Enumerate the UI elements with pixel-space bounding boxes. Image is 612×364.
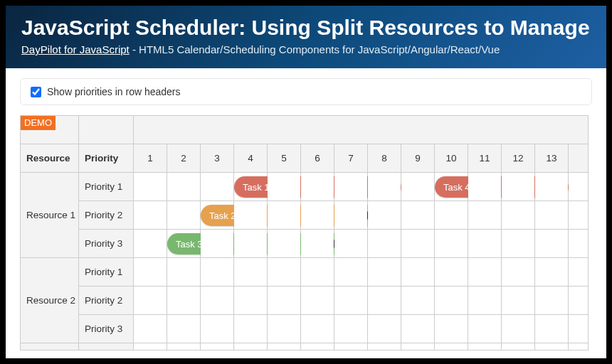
grid-cell[interactable]: Task 22	[201, 201, 234, 230]
grid-cell[interactable]	[569, 287, 589, 315]
grid-cell[interactable]	[134, 343, 167, 350]
grid-cell[interactable]	[134, 230, 167, 258]
grid-cell[interactable]	[134, 173, 167, 201]
grid-cell[interactable]	[334, 287, 368, 315]
grid-cell[interactable]	[569, 343, 589, 350]
grid-cell[interactable]	[569, 201, 589, 230]
grid-cell[interactable]	[334, 315, 368, 343]
grid-cell[interactable]	[368, 287, 401, 315]
grid-cell[interactable]	[301, 287, 334, 315]
grid-cell[interactable]	[268, 343, 301, 350]
grid-cell[interactable]	[234, 343, 268, 350]
grid-cell[interactable]	[134, 201, 167, 230]
grid-cell[interactable]	[401, 173, 435, 201]
grid-cell[interactable]	[167, 315, 201, 343]
grid-cell[interactable]	[535, 201, 569, 230]
grid-cell[interactable]	[201, 343, 234, 350]
grid-cell[interactable]	[134, 287, 167, 315]
grid-cell[interactable]	[368, 315, 401, 343]
grid-cell[interactable]: Task 33	[167, 230, 201, 258]
grid-cell[interactable]	[234, 230, 268, 258]
grid-cell[interactable]	[435, 258, 468, 287]
grid-cell[interactable]	[134, 315, 167, 343]
grid-cell[interactable]	[167, 258, 201, 287]
grid-cell[interactable]	[234, 287, 268, 315]
grid-cell[interactable]	[535, 173, 569, 201]
grid-cell[interactable]	[435, 230, 468, 258]
grid-cell[interactable]	[268, 287, 301, 315]
grid-cell[interactable]: Task 11	[234, 173, 268, 201]
grid-cell[interactable]	[201, 258, 234, 287]
grid-cell[interactable]	[234, 201, 268, 230]
grid-cell[interactable]	[435, 287, 468, 315]
grid-cell[interactable]	[334, 173, 368, 201]
grid-cell[interactable]	[301, 201, 334, 230]
grid-cell[interactable]	[401, 287, 435, 315]
grid-cell[interactable]	[301, 258, 334, 287]
grid-cell[interactable]	[301, 173, 334, 201]
grid-cell[interactable]	[502, 343, 535, 350]
grid-cell[interactable]	[234, 258, 268, 287]
grid-cell[interactable]	[435, 343, 468, 350]
grid-cell[interactable]	[167, 287, 201, 315]
grid-cell[interactable]	[368, 201, 401, 230]
grid-cell[interactable]	[301, 230, 334, 258]
grid-cell[interactable]	[134, 258, 167, 287]
grid-cell[interactable]	[401, 343, 435, 350]
grid-cell[interactable]	[334, 258, 368, 287]
grid-cell[interactable]	[201, 287, 234, 315]
grid-cell[interactable]	[569, 258, 589, 287]
daypilot-link[interactable]: DayPilot for JavaScript	[21, 43, 130, 55]
grid-cell[interactable]	[569, 173, 589, 201]
grid-cell[interactable]	[502, 315, 535, 343]
grid-cell[interactable]	[201, 315, 234, 343]
grid-cell[interactable]	[468, 258, 502, 287]
grid-cell[interactable]	[468, 343, 502, 350]
grid-cell[interactable]	[334, 343, 368, 350]
grid-cell[interactable]	[535, 287, 569, 315]
show-priorities-checkbox[interactable]	[31, 87, 41, 97]
grid-cell[interactable]	[334, 201, 368, 230]
grid-cell[interactable]	[167, 343, 201, 350]
grid-cell[interactable]	[502, 230, 535, 258]
grid-cell[interactable]	[167, 201, 201, 230]
grid-cell[interactable]	[368, 343, 401, 350]
grid-cell[interactable]	[268, 258, 301, 287]
grid-cell[interactable]	[535, 315, 569, 343]
grid-cell[interactable]	[468, 201, 502, 230]
grid-cell[interactable]	[334, 230, 368, 258]
grid-cell[interactable]	[535, 258, 569, 287]
grid-cell[interactable]	[368, 258, 401, 287]
grid-cell[interactable]	[268, 173, 301, 201]
grid-cell[interactable]	[468, 315, 502, 343]
grid-cell[interactable]	[234, 315, 268, 343]
grid-cell[interactable]	[435, 315, 468, 343]
grid-cell[interactable]	[569, 315, 589, 343]
grid-cell[interactable]: Task 41	[435, 173, 468, 201]
grid-cell[interactable]	[435, 201, 468, 230]
grid-cell[interactable]	[301, 315, 334, 343]
show-priorities-label[interactable]: Show priorities in row headers	[47, 86, 181, 97]
grid-cell[interactable]	[468, 173, 502, 201]
grid-cell[interactable]	[502, 201, 535, 230]
grid-cell[interactable]	[401, 201, 435, 230]
grid-cell[interactable]	[268, 201, 301, 230]
grid-cell[interactable]	[401, 230, 435, 258]
grid-cell[interactable]	[468, 287, 502, 315]
grid-cell[interactable]	[268, 230, 301, 258]
grid-cell[interactable]	[368, 173, 401, 201]
grid-cell[interactable]	[468, 230, 502, 258]
grid-cell[interactable]	[535, 230, 569, 258]
grid-cell[interactable]	[569, 230, 589, 258]
grid-cell[interactable]	[201, 173, 234, 201]
grid-cell[interactable]	[502, 258, 535, 287]
grid-cell[interactable]	[401, 258, 435, 287]
grid-cell[interactable]	[401, 315, 435, 343]
grid-cell[interactable]	[368, 230, 401, 258]
grid-cell[interactable]	[268, 315, 301, 343]
grid-cell[interactable]	[301, 343, 334, 350]
grid-cell[interactable]	[502, 173, 535, 201]
grid-cell[interactable]	[167, 173, 201, 201]
grid-cell[interactable]	[535, 343, 569, 350]
grid-cell[interactable]	[502, 287, 535, 315]
